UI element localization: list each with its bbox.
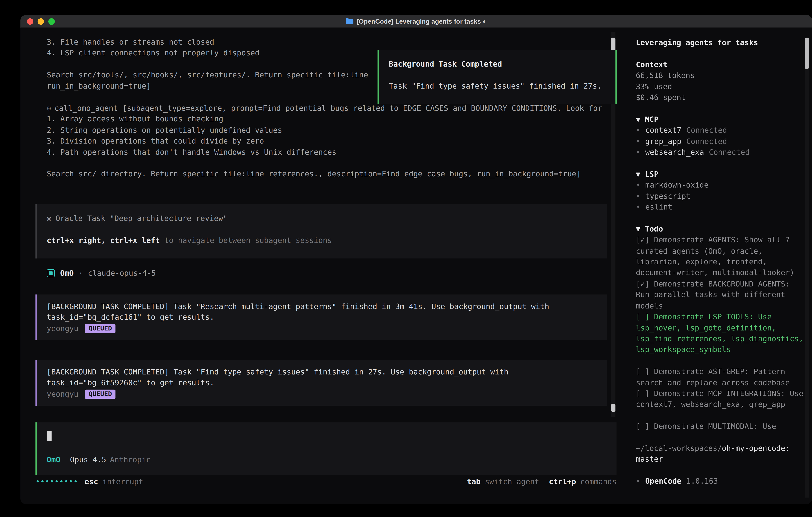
terminal-line: ⚙call_omo_agent [subagent_type=explore, … bbox=[47, 103, 602, 113]
fisheye-icon: ◉ bbox=[47, 214, 51, 222]
session-title: Leveraging agents for tasks bbox=[636, 37, 805, 48]
todo-item: [ ] Demonstrate AST-GREP: Pattern search… bbox=[636, 366, 805, 388]
toast-body: Task "Find type safety issues" finished … bbox=[389, 81, 606, 91]
scrollback-text: 3. File handles or streams not closed 4.… bbox=[47, 36, 368, 91]
scrollbar-thumb[interactable] bbox=[611, 404, 616, 412]
agent-name: OmO bbox=[60, 268, 74, 279]
terminal-line: Search src/tools/, src/hooks/, src/featu… bbox=[47, 70, 368, 80]
context-heading: Context bbox=[636, 59, 812, 70]
terminal-line bbox=[47, 158, 602, 168]
context-tokens: 66,518 tokens bbox=[636, 70, 812, 81]
active-agent-label: OmO bbox=[47, 454, 60, 465]
bullet-icon: • bbox=[636, 192, 640, 200]
terminal-line: 2. String operations on potentially unde… bbox=[47, 125, 602, 136]
separator-dot: · bbox=[79, 268, 83, 279]
todo-item: [ ] Demonstrate LSP TOOLS: Use lsp_hover… bbox=[636, 311, 805, 355]
lsp-section-heading[interactable]: ▼ LSP bbox=[636, 169, 812, 180]
screen: [OpenCode] Leveraging agents for tasks ◐… bbox=[0, 0, 812, 517]
chat-main-area[interactable]: 3. File handles or streams not closed 4.… bbox=[20, 28, 627, 504]
terminal-line: 3. Division operations that could divide… bbox=[47, 136, 602, 146]
context-spent: $0.46 spent bbox=[636, 92, 812, 103]
todo-item: [✓] Demonstrate BACKGROUND AGENTS: Run p… bbox=[636, 278, 805, 311]
message-meta: yeongyu QUEUED bbox=[47, 388, 597, 400]
terminal-line bbox=[47, 58, 368, 70]
oracle-task-panel[interactable]: ◉Oracle Task "Deep architecture review" … bbox=[35, 204, 607, 258]
prompt-input[interactable]: OmO Opus 4.5 Anthropic bbox=[35, 423, 616, 475]
scrollbar-thumb[interactable] bbox=[805, 37, 809, 69]
message-author: yeongyu bbox=[47, 323, 79, 334]
agent-model: claude-opus-4-5 bbox=[88, 268, 156, 279]
esc-key-label: interrupt bbox=[103, 476, 143, 487]
terminal-line: 4. Path operations that don't handle Win… bbox=[47, 146, 602, 158]
bullet-icon: • bbox=[636, 148, 640, 156]
zoom-window-button[interactable] bbox=[48, 18, 55, 25]
terminal-line: 1. Array access without bounds checking bbox=[47, 113, 602, 125]
lsp-item: •eslint bbox=[636, 201, 812, 213]
app-name: OpenCode bbox=[645, 477, 681, 485]
message-text: [BACKGROUND TASK COMPLETED] Task "Find t… bbox=[47, 366, 597, 377]
mcp-item: •grep_appConnected bbox=[636, 136, 812, 147]
bullet-icon: • bbox=[636, 477, 640, 485]
terminal-line: Search src/ directory. Return specific f… bbox=[47, 168, 602, 179]
lsp-item: •markdown-oxide bbox=[636, 180, 812, 191]
hint-text: to navigate between subagent sessions bbox=[160, 236, 332, 244]
agent-icon bbox=[47, 269, 55, 277]
ctrlp-key-hint: ctrl+p bbox=[549, 476, 576, 487]
message-text: [BACKGROUND TASK COMPLETED] Task "Resear… bbox=[47, 301, 597, 312]
minimize-window-button[interactable] bbox=[37, 18, 44, 25]
agent-header: OmO · claude-opus-4-5 bbox=[47, 268, 156, 279]
app-version: 1.0.163 bbox=[686, 477, 718, 485]
queued-badge: QUEUED bbox=[85, 389, 116, 399]
message-meta: yeongyu QUEUED bbox=[47, 323, 597, 334]
spinner-dots: ••••••••• bbox=[35, 476, 78, 487]
toast-title: Background Task Completed bbox=[389, 59, 606, 70]
esc-key-hint: esc bbox=[85, 476, 98, 487]
workspace-path: ~/local-workspaces/oh-my-opencode: bbox=[636, 443, 805, 454]
input-footer: OmO Opus 4.5 Anthropic bbox=[47, 454, 607, 465]
app-version-line: •OpenCode1.0.163 bbox=[636, 475, 812, 487]
sidebar-scrollbar[interactable] bbox=[805, 37, 809, 498]
message-author: yeongyu bbox=[47, 388, 79, 400]
mcp-item: •websearch_exaConnected bbox=[636, 147, 812, 158]
terminal-window: [OpenCode] Leveraging agents for tasks ◐… bbox=[20, 15, 812, 504]
todo-section-heading[interactable]: ▼ Todo bbox=[636, 223, 812, 235]
provider-label: Anthropic bbox=[110, 454, 151, 465]
terminal-line: run_in_background=true] bbox=[47, 80, 368, 91]
status-shortcuts: tab switch agent ctrl+p commands bbox=[467, 476, 616, 487]
terminal-line: 3. File handles or streams not closed bbox=[47, 36, 368, 48]
message-text: task_id="bg_6f59260c" to get results. bbox=[47, 377, 597, 388]
message-text: task_id="bg_dcfac161" to get results. bbox=[47, 312, 597, 323]
tab-key-label: switch agent bbox=[485, 476, 539, 487]
mcp-section-heading[interactable]: ▼ MCP bbox=[636, 114, 812, 125]
context-used: 33% used bbox=[636, 81, 812, 92]
ctrlp-key-label: commands bbox=[580, 476, 616, 487]
queued-badge: QUEUED bbox=[85, 324, 116, 333]
message-card: [BACKGROUND TASK COMPLETED] Task "Find t… bbox=[35, 360, 607, 406]
oracle-task-title: Oracle Task "Deep architecture review" bbox=[56, 214, 228, 222]
active-model-label: Opus 4.5 bbox=[70, 454, 106, 465]
session-sidebar: Leveraging agents for tasks Context 66,5… bbox=[627, 28, 812, 504]
todo-item: [ ] Demonstrate MULTIMODAL: Use bbox=[636, 421, 805, 432]
tab-key-hint: tab bbox=[467, 476, 481, 487]
mcp-item: •context7Connected bbox=[636, 125, 812, 136]
message-card: [BACKGROUND TASK COMPLETED] Task "Resear… bbox=[35, 295, 607, 340]
window-title: [OpenCode] Leveraging agents for tasks ◐ bbox=[357, 18, 487, 25]
bullet-icon: • bbox=[636, 137, 640, 145]
folder-icon bbox=[346, 18, 353, 24]
traffic-lights bbox=[27, 15, 55, 28]
close-window-button[interactable] bbox=[27, 18, 33, 25]
window-title-wrap: [OpenCode] Leveraging agents for tasks ◐ bbox=[346, 18, 487, 25]
hint-keys: ctrl+x right, ctrl+x left bbox=[47, 236, 160, 244]
todo-item: [ ] Demonstrate MCP INTEGRATIONS: Use co… bbox=[636, 388, 805, 410]
window-titlebar[interactable]: [OpenCode] Leveraging agents for tasks ◐ bbox=[20, 15, 812, 28]
tool-call-output: ⚙call_omo_agent [subagent_type=explore, … bbox=[47, 103, 602, 179]
todo-item: [✓] Demonstrate AGENTS: Show all 7 curat… bbox=[636, 235, 805, 278]
gear-icon: ⚙ bbox=[47, 104, 51, 112]
text-cursor bbox=[47, 431, 52, 441]
bullet-icon: • bbox=[636, 181, 640, 189]
workspace-branch: master bbox=[636, 454, 812, 465]
navigation-hint: ctrl+x right, ctrl+x left to navigate be… bbox=[47, 235, 597, 246]
bullet-icon: • bbox=[636, 202, 640, 211]
background-task-toast[interactable]: Background Task Completed Task "Find typ… bbox=[378, 50, 617, 104]
terminal-line: 4. LSP client connections not properly d… bbox=[47, 48, 368, 59]
